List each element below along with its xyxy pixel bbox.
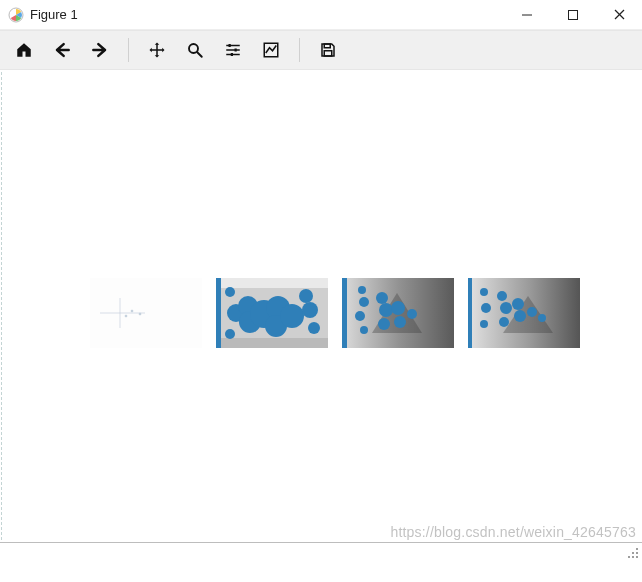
svg-rect-69 [636,556,638,558]
arrow-left-icon [52,40,72,60]
subplot-row [90,278,580,348]
svg-point-55 [481,303,491,313]
watermark-text: https://blog.csdn.net/weixin_42645763 [390,524,636,540]
app-icon [8,7,24,23]
svg-point-57 [497,291,507,301]
save-button[interactable] [310,35,346,65]
svg-rect-67 [628,556,630,558]
svg-point-21 [125,315,127,317]
svg-point-61 [514,310,526,322]
window-maximize-button[interactable] [550,0,596,30]
svg-rect-24 [216,338,328,348]
back-button[interactable] [44,35,80,65]
subplot-0 [90,278,202,348]
svg-point-41 [358,286,366,294]
window-title: Figure 1 [30,7,78,22]
configure-subplots-button[interactable] [215,35,251,65]
toolbar-sep [299,38,300,62]
zoom-icon [186,41,204,59]
svg-point-42 [359,297,369,307]
svg-point-36 [225,287,235,297]
svg-point-50 [407,309,417,319]
edit-axes-button[interactable] [253,35,289,65]
svg-point-19 [131,310,133,312]
svg-rect-53 [468,278,472,348]
svg-point-32 [280,304,304,328]
svg-point-46 [379,303,393,317]
svg-rect-66 [636,552,638,554]
zoom-button[interactable] [177,35,213,65]
svg-point-47 [378,318,390,330]
subplot-3 [468,278,580,348]
svg-rect-25 [216,278,221,348]
arrow-right-icon [90,40,110,60]
svg-rect-40 [342,278,347,348]
svg-rect-11 [235,49,237,52]
svg-line-6 [197,52,202,57]
svg-point-49 [394,316,406,328]
svg-point-20 [139,313,141,315]
svg-rect-15 [324,51,332,56]
figure-canvas[interactable]: https://blog.csdn.net/weixin_42645763 [0,70,642,562]
svg-point-33 [299,289,313,303]
subplot-1 [216,278,328,348]
svg-point-43 [355,311,365,321]
toolbar-sep [128,38,129,62]
pan-button[interactable] [139,35,175,65]
svg-point-54 [480,288,488,296]
svg-point-44 [360,326,368,334]
svg-rect-2 [569,10,578,19]
home-button[interactable] [6,35,42,65]
svg-point-63 [538,314,546,322]
svg-point-59 [499,317,509,327]
svg-point-34 [302,302,318,318]
window-titlebar: Figure 1 [0,0,642,30]
svg-rect-64 [636,548,638,550]
svg-rect-23 [216,278,328,288]
svg-point-58 [500,302,512,314]
svg-rect-68 [632,556,634,558]
window-minimize-button[interactable] [504,0,550,30]
chart-line-icon [262,41,280,59]
svg-point-45 [376,292,388,304]
move-icon [148,41,166,59]
svg-point-35 [308,322,320,334]
home-icon [15,41,33,59]
resize-grip-icon[interactable] [626,546,640,560]
svg-rect-65 [632,552,634,554]
svg-point-48 [391,301,405,315]
status-bar [0,542,642,562]
svg-point-37 [225,329,235,339]
svg-point-60 [512,298,524,310]
subplot-2 [342,278,454,348]
svg-rect-12 [231,53,233,56]
forward-button[interactable] [82,35,118,65]
toolbar [0,30,642,70]
svg-point-56 [480,320,488,328]
save-icon [319,41,337,59]
svg-point-62 [527,307,537,317]
svg-rect-14 [324,44,330,48]
sliders-icon [224,41,242,59]
window-close-button[interactable] [596,0,642,30]
svg-rect-10 [229,44,231,47]
